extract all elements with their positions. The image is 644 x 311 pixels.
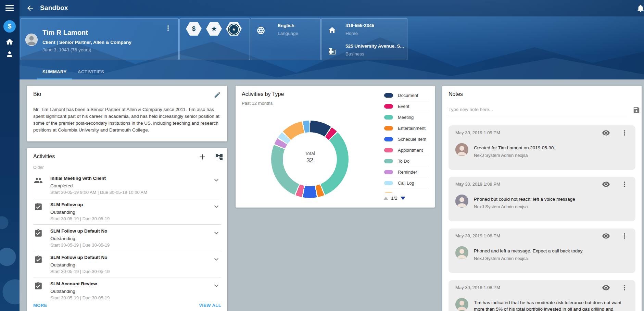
note-overflow-menu-icon[interactable] [620, 180, 629, 188]
star-hexagon-badge[interactable]: ★ [206, 22, 222, 36]
note-overflow-menu-icon[interactable] [620, 232, 629, 240]
note-author-avatar [455, 195, 468, 208]
visibility-eye-icon[interactable] [602, 232, 610, 240]
more-button[interactable]: MORE [33, 303, 47, 308]
activities-title: Activities [33, 153, 55, 160]
profile-overflow-menu-icon[interactable] [164, 24, 172, 32]
legend-row[interactable]: Meeting [384, 112, 429, 123]
chevron-down-icon[interactable] [212, 282, 220, 290]
note-entry[interactable]: May 30, 2019 1:09 PM Created for Tim Lam… [449, 125, 635, 170]
note-text: Phoned but could not reach; left a voice… [474, 196, 630, 202]
globe-icon [256, 26, 265, 34]
legend-label: To Do [398, 159, 409, 164]
legend-swatch [384, 159, 393, 163]
menu-hamburger-icon[interactable] [5, 5, 14, 11]
legend-label: Appointment [398, 148, 423, 153]
page-up-icon[interactable] [383, 197, 388, 200]
top-app-bar: Sandbox [0, 0, 644, 16]
legend-row[interactable]: Entertainment [384, 123, 429, 134]
visibility-eye-icon[interactable] [602, 129, 610, 137]
star-circle-hexagon-badge[interactable]: ★ [226, 22, 242, 36]
chart-legend: Document Event Meeting Entertainment Sch… [384, 90, 429, 192]
legend-row[interactable]: Appointment [384, 145, 429, 156]
note-author-avatar [455, 246, 468, 259]
add-activity-icon[interactable] [198, 152, 207, 161]
tab-activities[interactable]: ACTIVITIES [72, 66, 110, 79]
legend-swatch [384, 181, 393, 185]
activity-row[interactable]: SLM Follow up Outstanding Start 30-05-19… [33, 198, 221, 225]
chart-subtitle: Past 12 months [242, 101, 273, 106]
note-overflow-menu-icon[interactable] [620, 129, 629, 137]
activity-meta: Start 30-05-19 | Due 30-05-19 [50, 242, 110, 248]
chevron-down-icon[interactable] [212, 202, 220, 211]
legend-swatch [384, 93, 393, 98]
legend-row[interactable]: Reminder [384, 167, 429, 178]
legend-label: Meeting [398, 115, 414, 120]
sidebar-item-profile-person[interactable] [5, 50, 14, 58]
page-indicator: 1/2 [391, 196, 397, 201]
chevron-down-icon[interactable] [212, 229, 220, 237]
hero-header: Sandbox Tim R Lamont Client | Senior Par… [0, 0, 644, 79]
dollar-hexagon-badge[interactable]: $ [186, 22, 202, 36]
hierarchy-view-icon[interactable] [215, 153, 223, 161]
visibility-eye-icon[interactable] [602, 284, 610, 292]
note-entry[interactable]: May 30, 2019 1:08 PM Phoned and left a m… [449, 228, 635, 273]
activity-row[interactable]: SLM Follow up Default No Outstanding Sta… [33, 251, 221, 277]
note-entry[interactable]: May 30, 2019 1:08 PM Tim has indicated t… [449, 280, 635, 311]
legend-row[interactable]: Event [384, 101, 429, 112]
sidebar-item-home[interactable] [5, 38, 14, 46]
page-title: Sandbox [40, 4, 68, 12]
legend-row[interactable]: Document [384, 90, 429, 101]
chevron-down-icon[interactable] [212, 255, 220, 263]
tab-summary[interactable]: SUMMARY [37, 66, 72, 79]
activity-row[interactable]: SLM Follow up Default No Outstanding Sta… [33, 225, 221, 251]
legend-label: Document [398, 93, 418, 98]
activities-footer: MORE VIEW ALL [33, 303, 221, 311]
home-icon [328, 26, 336, 34]
task-clipboard-icon [34, 255, 43, 264]
activities-card: Activities Older Initial Meeting with Cl… [27, 148, 227, 311]
note-timestamp: May 30, 2019 1:09 PM [455, 130, 500, 135]
star-glyph: ★ [211, 25, 217, 32]
note-author: NexJ System Admin nexjsa [474, 204, 528, 209]
donut-total-label: Total [271, 151, 349, 156]
new-note-input[interactable]: Type new note here... [449, 105, 627, 116]
page-down-icon[interactable] [401, 197, 405, 200]
business-address[interactable]: 525 University Avenue, S... [345, 43, 404, 49]
activity-row[interactable]: SLM Account Review Outstanding Start 30-… [33, 277, 221, 303]
phone-number[interactable]: 416-555-2345 [345, 23, 374, 28]
notifications-bell-icon[interactable] [636, 4, 644, 13]
legend-row[interactable]: Schedule Item [384, 134, 429, 145]
legend-pager: 1/2 [383, 195, 431, 203]
back-arrow-icon[interactable] [26, 4, 34, 12]
task-clipboard-icon [34, 282, 43, 290]
contact-role: Client | Senior Partner, Allen & Company [42, 40, 131, 45]
note-entry[interactable]: May 30, 2019 1:08 PM Phoned but could no… [449, 177, 635, 221]
note-text: Phoned and left a message. Expect a call… [474, 248, 630, 254]
chevron-down-icon[interactable] [212, 176, 220, 184]
note-text: Tim has indicated that he has moderate r… [474, 299, 630, 311]
activity-meta: Start 30-05-19 | Due 30-05-19 [50, 269, 110, 274]
bio-title: Bio [33, 91, 41, 97]
legend-swatch [384, 104, 393, 109]
edit-pencil-icon[interactable] [214, 91, 221, 99]
activity-status: Outstanding [50, 289, 75, 294]
activity-row[interactable]: Initial Meeting with Client Completed St… [33, 172, 221, 198]
activity-title: SLM Account Review [50, 281, 97, 286]
badges-card: $ ★ ★ [179, 18, 250, 60]
sidebar-item-dollar-workspace[interactable]: $ [3, 20, 16, 33]
save-note-icon[interactable] [633, 106, 640, 114]
language-card: English Language [251, 18, 321, 60]
note-author: NexJ System Admin nexjsa [474, 256, 528, 261]
legend-row[interactable]: To Do [384, 156, 429, 167]
language-label: Language [278, 31, 298, 36]
tab-bar: SUMMARY ACTIVITIES [37, 66, 110, 79]
view-all-button[interactable]: VIEW ALL [199, 303, 221, 308]
visibility-eye-icon[interactable] [602, 180, 610, 188]
note-overflow-menu-icon[interactable] [620, 284, 629, 292]
chart-title: Activities by Type [242, 91, 284, 97]
legend-row[interactable]: Call Log [384, 178, 429, 189]
activity-meta: Start 30-05-19 | Due 30-05-19 [50, 295, 110, 300]
new-note-placeholder: Type new note here... [449, 107, 493, 112]
legend-row-partial[interactable]: Note [384, 189, 429, 192]
